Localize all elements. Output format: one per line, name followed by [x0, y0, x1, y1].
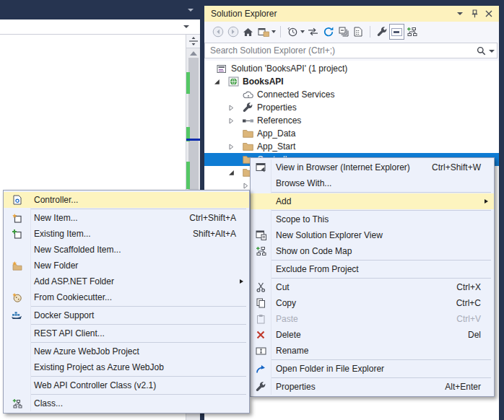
- scroll-up-icon[interactable]: [190, 51, 197, 56]
- window-position-caret-icon[interactable]: [454, 8, 466, 19]
- menu-item-web-api-controller-class-v2-1[interactable]: Web API Controller Class (v2.1): [4, 377, 249, 393]
- menu-item-label: Web API Controller Class (v2.1): [30, 380, 156, 390]
- tree-item-solution-booksapi-1-project[interactable]: Solution 'BooksAPI' (1 project): [204, 62, 499, 75]
- menu-item-new-folder[interactable]: New Folder: [4, 258, 249, 274]
- chevron-expanded-icon[interactable]: [228, 166, 235, 179]
- menu-item-new-solution-explorer-view[interactable]: New Solution Explorer View: [251, 227, 494, 243]
- context-menu: View in Browser (Internet Explorer)Ctrl+…: [250, 157, 495, 397]
- collapse-all-icon[interactable]: [336, 24, 351, 40]
- menu-item-add[interactable]: Add: [251, 193, 494, 209]
- search-icon[interactable]: [477, 46, 486, 56]
- wrench-icon: [251, 382, 271, 392]
- search-input[interactable]: [204, 43, 498, 58]
- dropdown-caret-icon[interactable]: [183, 25, 189, 28]
- dropdown-caret-icon[interactable]: [489, 50, 495, 53]
- close-icon[interactable]: [483, 8, 495, 19]
- controller-doc-icon: [4, 195, 30, 205]
- tree-item-references[interactable]: References: [204, 114, 499, 127]
- copy-icon: [251, 298, 271, 308]
- menu-item-label: New Scaffolded Item...: [30, 245, 121, 255]
- back-icon[interactable]: [210, 24, 225, 40]
- refresh-icon[interactable]: [321, 24, 336, 40]
- menu-item-controller[interactable]: Controller...: [4, 192, 249, 208]
- sync-with-active-document-icon[interactable]: [305, 24, 321, 40]
- menu-item-from-cookiecutter[interactable]: From Cookiecutter...: [4, 289, 249, 305]
- menu-item-show-on-code-map[interactable]: Show on Code Map: [251, 243, 494, 259]
- editor-navigation-bar[interactable]: [0, 19, 200, 35]
- solution-explorer-titlebar[interactable]: Solution Explorer: [204, 6, 499, 22]
- tree-item-app-data[interactable]: App_Data: [204, 127, 499, 140]
- chevron-expanded-icon[interactable]: [214, 75, 220, 88]
- tree-item-booksapi[interactable]: BooksAPI: [204, 75, 499, 88]
- panel-title: Solution Explorer: [211, 9, 451, 19]
- pending-changes-filter-icon[interactable]: [284, 24, 300, 40]
- visual-studio-shell: Solution Explorer Solution 'BooksAPI' (1…: [0, 0, 504, 420]
- shell-border-top: [204, 0, 504, 6]
- menu-item-shortcut: Shift+Alt+A: [193, 229, 249, 239]
- menu-item-docker-support[interactable]: Docker Support: [4, 307, 249, 323]
- dropdown-caret-icon[interactable]: [300, 30, 305, 33]
- tree-item-label: Connected Services: [257, 88, 334, 101]
- home-icon[interactable]: [240, 24, 256, 40]
- menu-item-label: New Azure WebJob Project: [30, 346, 139, 356]
- tree-item-app-start[interactable]: App_Start: [204, 140, 499, 153]
- menu-item-label: Rename: [271, 346, 308, 356]
- menu-item-label: Open Folder in File Explorer: [271, 364, 384, 374]
- menu-item-shortcut: Ctrl+X: [456, 282, 494, 292]
- new-item-icon: [4, 214, 30, 223]
- menu-item-add-asp-net-folder[interactable]: Add ASP.NET Folder: [4, 274, 249, 289]
- menu-item-class[interactable]: Class...: [4, 395, 249, 411]
- dropdown-caret-icon[interactable]: [188, 9, 194, 12]
- scrollbar-thumb[interactable]: [188, 58, 199, 191]
- menu-item-rename[interactable]: Rename: [251, 343, 494, 359]
- tree-item-label: App_Start: [257, 140, 295, 153]
- menu-item-copy[interactable]: CopyCtrl+C: [251, 295, 494, 311]
- menu-separator: [30, 209, 246, 209]
- dropdown-caret-icon[interactable]: [271, 30, 277, 33]
- new-code-map-icon[interactable]: [404, 24, 420, 40]
- properties-wrench-icon[interactable]: [374, 24, 389, 40]
- menu-item-label: Exclude From Project: [271, 264, 359, 274]
- menu-item-view-in-browser-internet-explorer[interactable]: View in Browser (Internet Explorer)Ctrl+…: [251, 159, 494, 175]
- menu-item-properties[interactable]: PropertiesAlt+Enter: [251, 379, 494, 395]
- menu-item-label: Delete: [271, 330, 301, 340]
- menu-item-open-folder-in-file-explorer[interactable]: Open Folder in File Explorer: [251, 361, 494, 377]
- menu-item-rest-api-client[interactable]: REST API Client...: [4, 325, 249, 341]
- menu-item-new-item[interactable]: New Item...Ctrl+Shift+A: [4, 210, 249, 226]
- change-mark: [186, 162, 190, 189]
- menu-item-browse-with[interactable]: Browse With...: [251, 175, 494, 191]
- menu-item-new-scaffolded-item[interactable]: New Scaffolded Item...: [4, 242, 249, 258]
- rename-icon: [251, 347, 271, 355]
- preview-selected-items-icon[interactable]: [389, 24, 404, 40]
- forward-icon[interactable]: [225, 24, 240, 40]
- menu-item-label: Class...: [30, 398, 63, 408]
- switch-views-icon[interactable]: [256, 24, 271, 40]
- menu-item-cut[interactable]: CutCtrl+X: [251, 279, 494, 295]
- tree-item-label: Properties: [257, 101, 297, 114]
- submenu-arrow-icon: [485, 199, 488, 204]
- menu-item-scope-to-this[interactable]: Scope to This: [251, 211, 494, 227]
- menu-separator: [30, 306, 246, 307]
- pin-icon[interactable]: [469, 8, 480, 19]
- menu-item-label: Cut: [271, 282, 290, 292]
- tree-item-properties[interactable]: Properties: [204, 101, 499, 114]
- menu-item-label: Properties: [271, 382, 316, 392]
- menu-item-shortcut: Ctrl+Shift+A: [189, 213, 249, 223]
- menu-item-exclude-from-project[interactable]: Exclude From Project: [251, 261, 494, 277]
- tree-item-connected-services[interactable]: Connected Services: [204, 88, 499, 101]
- menu-item-existing-project-as-azure-webjob[interactable]: Existing Project as Azure WebJob: [4, 359, 249, 375]
- paste-icon: [251, 314, 271, 324]
- chevron-collapsed-icon[interactable]: [228, 140, 235, 153]
- change-mark: [186, 72, 190, 94]
- chevron-collapsed-icon[interactable]: [228, 101, 235, 114]
- menu-item-label: Existing Project as Azure WebJob: [30, 362, 164, 372]
- show-all-files-icon[interactable]: [351, 24, 366, 40]
- chevron-collapsed-icon[interactable]: [228, 114, 235, 127]
- split-handle-icon[interactable]: [186, 35, 200, 48]
- menu-item-label: Add ASP.NET Folder: [30, 276, 114, 286]
- menu-item-delete[interactable]: DeleteDel: [251, 327, 494, 343]
- toolbar-separator: [370, 26, 370, 38]
- menu-item-existing-item[interactable]: Existing Item...Shift+Alt+A: [4, 226, 249, 242]
- menu-item-label: New Solution Explorer View: [271, 230, 383, 240]
- menu-item-new-azure-webjob-project[interactable]: New Azure WebJob Project: [4, 344, 249, 359]
